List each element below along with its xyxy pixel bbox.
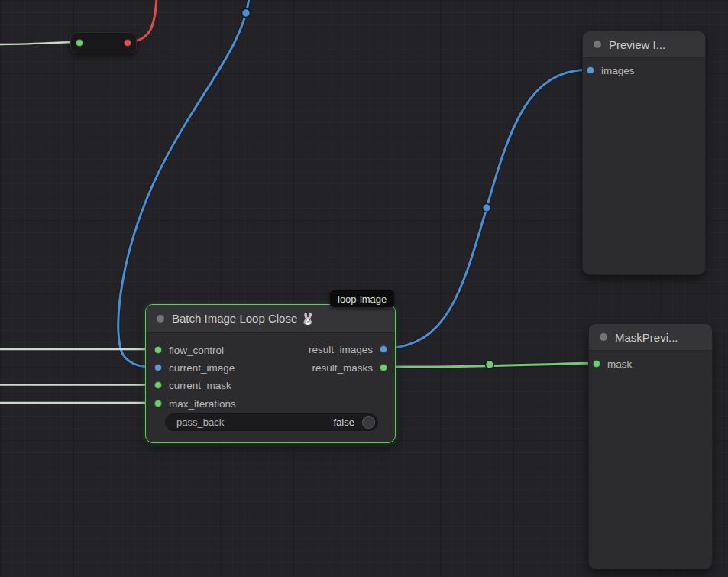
input-label-current-mask: current_mask	[169, 380, 231, 391]
node-title: Batch Image Loop Close 🐰	[172, 312, 315, 326]
node-batch-image-loop-close[interactable]: Batch Image Loop Close 🐰 flow_control cu…	[145, 304, 396, 443]
link-dot-blue-top	[242, 9, 251, 18]
port-dot-current-mask[interactable]	[154, 381, 162, 389]
input-slot-mask[interactable]: mask	[593, 355, 632, 372]
node-titlebar[interactable]: Batch Image Loop Close 🐰	[146, 305, 395, 333]
widget-label: pass_back	[176, 417, 334, 428]
output-slot-result-masks[interactable]: result_masks	[312, 359, 387, 376]
input-slot-current-image[interactable]: current_image	[154, 359, 235, 376]
collapse-dot-icon[interactable]	[157, 315, 164, 323]
input-label-max-iterations: max_iterations	[169, 398, 236, 410]
input-label-current-image: current_image	[169, 362, 235, 374]
wire-reroute-in	[0, 42, 76, 44]
node-graph-canvas[interactable]: loop-image Batch Image Loop Close 🐰 flow…	[0, 0, 728, 577]
pass-back-toggle-widget[interactable]: pass_back false	[165, 413, 378, 431]
wire-result-masks-outline	[387, 363, 594, 367]
wire-result-images	[387, 70, 588, 348]
port-dot-result-masks[interactable]	[380, 364, 387, 371]
output-label-result-masks: result_masks	[312, 362, 373, 374]
port-dot-flow-control[interactable]	[154, 346, 162, 354]
input-slot-max-iterations[interactable]: max_iterations	[154, 395, 236, 412]
node-tag-badge: loop-image	[330, 290, 394, 307]
widget-value: false	[334, 417, 354, 428]
node-mask-preview[interactable]: MaskPrevi... mask	[588, 323, 713, 569]
node-title: MaskPrevi...	[615, 331, 678, 344]
port-dot-images[interactable]	[587, 66, 594, 74]
collapse-dot-icon[interactable]	[594, 41, 601, 48]
input-label-mask: mask	[607, 358, 632, 370]
node-title: Preview I...	[609, 38, 665, 51]
input-slot-current-mask[interactable]: current_mask	[154, 377, 231, 394]
link-dot-green-mid	[486, 361, 494, 369]
reroute-output-port[interactable]	[124, 39, 131, 47]
input-label-images: images	[601, 65, 635, 76]
collapse-dot-icon[interactable]	[600, 333, 607, 341]
wire-result-masks	[387, 363, 594, 367]
node-preview-image[interactable]: Preview I... images	[582, 31, 706, 275]
toggle-knob-icon[interactable]	[362, 416, 375, 429]
output-label-result-images: result_images	[309, 344, 373, 355]
port-dot-max-iterations[interactable]	[154, 400, 162, 407]
reroute-input-port[interactable]	[76, 39, 83, 47]
port-dot-result-images[interactable]	[380, 345, 387, 353]
link-dot-blue-mid	[483, 204, 491, 212]
port-dot-current-image[interactable]	[154, 364, 162, 371]
output-slot-result-images[interactable]: result_images	[309, 341, 387, 358]
input-label-flow-control: flow_control	[169, 345, 224, 356]
node-titlebar[interactable]: Preview I...	[583, 31, 705, 58]
port-dot-mask[interactable]	[593, 360, 600, 368]
reroute-node[interactable]	[70, 32, 137, 53]
node-tag-text: loop-image	[338, 293, 387, 305]
input-slot-images[interactable]: images	[587, 62, 635, 79]
wire-result-images-outline	[387, 70, 588, 348]
node-titlebar[interactable]: MaskPrevi...	[589, 324, 712, 351]
input-slot-flow-control[interactable]: flow_control	[154, 342, 224, 358]
